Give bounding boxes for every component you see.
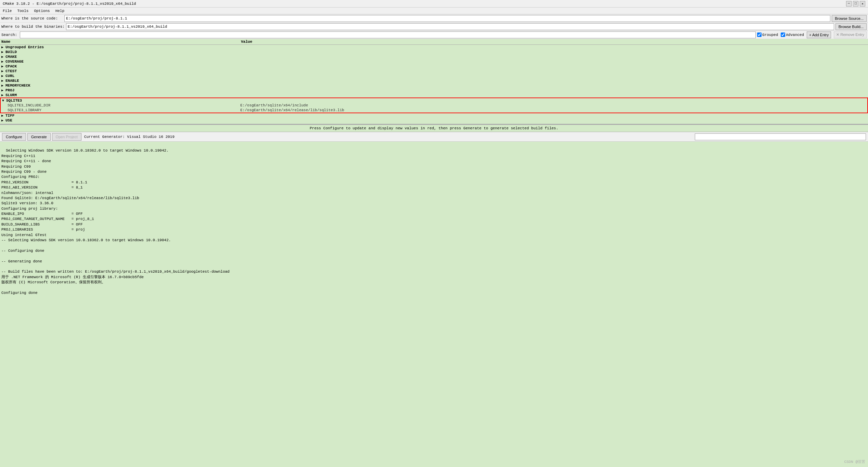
group-row-enable[interactable]: ▶ ENABLE — [0, 78, 868, 83]
status-message: Press Configure to update and display ne… — [310, 126, 558, 130]
group-name-ungrouped: Ungrouped Entries — [5, 45, 44, 49]
group-row-sqlite3[interactable]: ▼ SQLITE3 — [1, 98, 867, 103]
group-row-curl[interactable]: ▶ CURL — [0, 74, 868, 78]
watermark: CSDN @弦苦 — [844, 459, 865, 464]
configure-button[interactable]: Configure — [2, 133, 26, 141]
group-ungrouped: ▶ Ungrouped Entries — [0, 45, 868, 50]
advanced-checkbox[interactable] — [781, 33, 785, 37]
toggle-icon-sqlite3: ▼ — [2, 99, 6, 103]
menu-file[interactable]: File — [3, 9, 12, 13]
group-proj: ▶ PROJ — [0, 88, 868, 93]
group-row-proj[interactable]: ▶ PROJ — [0, 88, 868, 93]
column-headers: Name Value — [0, 39, 868, 45]
build-row: Where to build the binaries: Browse Buil… — [0, 23, 868, 31]
group-name-memorycheck: MEMORYCHECK — [5, 83, 30, 88]
browse-build-button[interactable]: Browse Build... — [835, 23, 867, 30]
search-input[interactable] — [20, 31, 756, 38]
group-name-tiff: TIFF — [5, 114, 14, 118]
group-name-slurm: SLURM — [5, 93, 17, 97]
toggle-icon-ungrouped: ▶ — [1, 45, 5, 49]
search-options: Grouped Advanced + Add Entry ✕ Remove En… — [757, 31, 867, 38]
group-row-tiff[interactable]: ▶ TIFF — [0, 113, 868, 118]
window-controls: ─ □ ✕ — [846, 1, 865, 7]
bottom-buttons: Configure Generate Open Project Current … — [0, 132, 868, 142]
entry-value-sqlite3-library: E:/osgEarth/sqlite/x64/release/lib/sqlit… — [240, 108, 866, 112]
group-name-proj: PROJ — [5, 88, 14, 92]
close-button[interactable]: ✕ — [860, 1, 865, 7]
source-row: Where is the source code: Browse Source.… — [0, 14, 868, 23]
group-name-ctest: CTEST — [5, 69, 17, 73]
group-row-slurm[interactable]: ▶ SLURM — [0, 93, 868, 98]
menu-options[interactable]: Options — [34, 9, 50, 13]
group-enable: ▶ ENABLE — [0, 78, 868, 83]
toggle-icon-ctest: ▶ — [1, 69, 5, 73]
window-title: CMake 3.18.2 - E:/osgEarth/proj/proj-8.1… — [3, 2, 846, 6]
add-entry-button[interactable]: + Add Entry — [807, 31, 831, 38]
remove-entry-button[interactable]: ✕ Remove Entry — [834, 31, 867, 38]
entry-name-sqlite3-include-dir: SQLITE3_INCLUDE_DIR — [8, 103, 240, 107]
group-sqlite3: ▼ SQLITE3 SQLITE3_INCLUDE_DIR E:/osgEart… — [0, 98, 868, 113]
source-label: Where is the source code: — [1, 16, 63, 21]
group-build: ▶ BUILD — [0, 50, 868, 54]
group-name-coverage: COVERAGE — [5, 60, 24, 64]
group-name-sqlite3: SQLITE3 — [6, 99, 22, 103]
open-project-button[interactable]: Open Project — [52, 133, 81, 141]
entry-sqlite3-library[interactable]: SQLITE3_LIBRARY E:/osgEarth/sqlite/x64/r… — [1, 108, 867, 113]
group-row-use[interactable]: ▶ USE — [0, 118, 868, 122]
title-bar: CMake 3.18.2 - E:/osgEarth/proj/proj-8.1… — [0, 0, 868, 8]
toggle-icon-proj: ▶ — [1, 88, 5, 92]
advanced-checkbox-label[interactable]: Advanced — [781, 33, 804, 37]
build-label: Where to build the binaries: — [1, 25, 65, 29]
value-column-header: Value — [241, 40, 867, 44]
group-cmake: ▶ CMAKE — [0, 54, 868, 59]
group-row-coverage[interactable]: ▶ COVERAGE — [0, 59, 868, 64]
output-log-text: Selecting Windows SDK version 10.0.18362… — [1, 148, 230, 295]
output-panel: Selecting Windows SDK version 10.0.18362… — [0, 142, 868, 467]
group-use: ▶ USE — [0, 118, 868, 122]
toggle-icon-slurm: ▶ — [1, 93, 5, 97]
group-row-cpack[interactable]: ▶ CPACK — [0, 64, 868, 69]
entry-list: ▶ Ungrouped Entries ▶ BUILD ▶ CMAKE ▶ CO… — [0, 45, 868, 122]
generate-button[interactable]: Generate — [27, 133, 51, 141]
generator-search-input[interactable] — [695, 133, 866, 140]
group-name-curl: CURL — [5, 74, 14, 78]
minimize-button[interactable]: ─ — [846, 1, 852, 7]
group-name-enable: ENABLE — [5, 79, 19, 83]
entry-name-sqlite3-library: SQLITE3_LIBRARY — [8, 108, 240, 112]
menu-tools[interactable]: Tools — [17, 9, 28, 13]
search-row: Search: Grouped Advanced + Add Entry ✕ R… — [0, 31, 868, 39]
grouped-checkbox[interactable] — [757, 33, 762, 37]
group-ctest: ▶ CTEST — [0, 69, 868, 74]
grouped-checkbox-label[interactable]: Grouped — [757, 33, 778, 37]
menu-help[interactable]: Help — [55, 9, 64, 13]
search-label: Search: — [1, 33, 18, 37]
group-row-ctest[interactable]: ▶ CTEST — [0, 69, 868, 74]
toggle-icon-coverage: ▶ — [1, 60, 5, 64]
entry-value-sqlite3-include-dir: E:/osgEarth/sqlite/x64/include — [240, 103, 866, 107]
group-row-cmake[interactable]: ▶ CMAKE — [0, 54, 868, 59]
build-input[interactable] — [66, 23, 834, 30]
group-row-build[interactable]: ▶ BUILD — [0, 50, 868, 54]
toggle-icon-cmake: ▶ — [1, 55, 5, 59]
group-curl: ▶ CURL — [0, 74, 868, 78]
status-bar: Press Configure to update and display ne… — [0, 125, 868, 132]
group-row-ungrouped[interactable]: ▶ Ungrouped Entries — [0, 45, 868, 50]
sqlite3-children: SQLITE3_INCLUDE_DIR E:/osgEarth/sqlite/x… — [1, 103, 867, 113]
group-coverage: ▶ COVERAGE — [0, 59, 868, 64]
group-cpack: ▶ CPACK — [0, 64, 868, 69]
toggle-icon-cpack: ▶ — [1, 64, 5, 68]
toggle-icon-tiff: ▶ — [1, 114, 5, 118]
browse-source-button[interactable]: Browse Source... — [832, 15, 867, 22]
group-memorycheck: ▶ MEMORYCHECK — [0, 83, 868, 88]
source-input[interactable] — [64, 15, 830, 22]
toggle-icon-memorycheck: ▶ — [1, 83, 5, 88]
cmake-entries-panel: Name Value ▶ Ungrouped Entries ▶ BUILD ▶… — [0, 39, 868, 125]
toggle-icon-use: ▶ — [1, 118, 5, 122]
entry-sqlite3-include-dir[interactable]: SQLITE3_INCLUDE_DIR E:/osgEarth/sqlite/x… — [1, 103, 867, 108]
menu-bar: File Tools Options Help — [0, 8, 868, 14]
group-name-cmake: CMAKE — [5, 55, 17, 59]
group-row-memorycheck[interactable]: ▶ MEMORYCHECK — [0, 83, 868, 88]
toggle-icon-curl: ▶ — [1, 74, 5, 78]
restore-button[interactable]: □ — [853, 1, 858, 7]
group-name-use: USE — [5, 118, 12, 122]
